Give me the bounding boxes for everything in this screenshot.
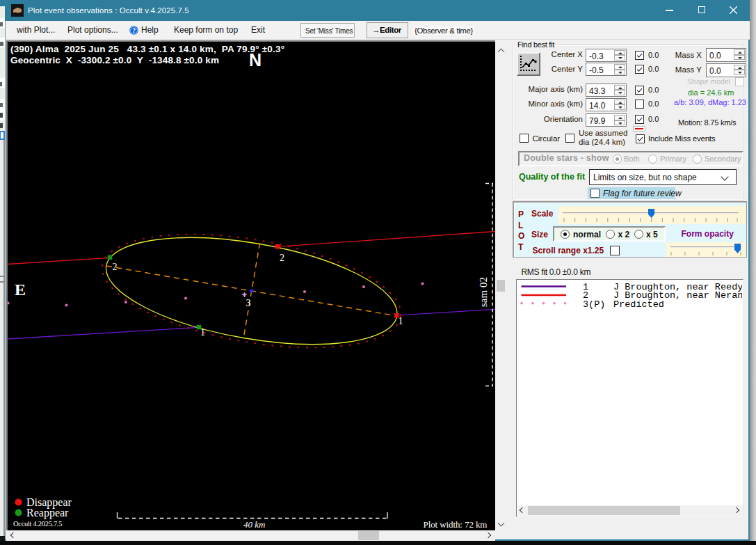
svg-text:3(P): 3(P) xyxy=(583,299,605,310)
svg-text:?: ? xyxy=(132,27,136,34)
svg-text:Predicted: Predicted xyxy=(613,299,664,310)
svg-text:2: 2 xyxy=(113,262,118,272)
svg-text:40 km: 40 km xyxy=(243,519,265,530)
svg-text:Reappear: Reappear xyxy=(26,507,69,519)
svg-text:Plot width: 72 km: Plot width: 72 km xyxy=(424,519,488,530)
svg-text:E: E xyxy=(15,281,26,299)
svg-text:Occult 4.2025.7.5: Occult 4.2025.7.5 xyxy=(13,520,62,528)
svg-text:1: 1 xyxy=(399,316,403,326)
svg-text:1: 1 xyxy=(200,327,205,338)
svg-text:2: 2 xyxy=(280,253,284,263)
svg-text:3: 3 xyxy=(246,298,251,308)
svg-text:(390) Alma 2025 Jun 25 43.3: (390) Alma 2025 Jun 25 43.3 ±0.1 x 14.0 … xyxy=(10,44,284,54)
svg-text:Geocentric X -3300.2 ±0.0 Y: Geocentric X -3300.2 ±0.0 Y -1348.8 ±0.0… xyxy=(10,55,219,65)
svg-text:N: N xyxy=(249,50,262,70)
svg-text:sam 02: sam 02 xyxy=(478,277,489,307)
